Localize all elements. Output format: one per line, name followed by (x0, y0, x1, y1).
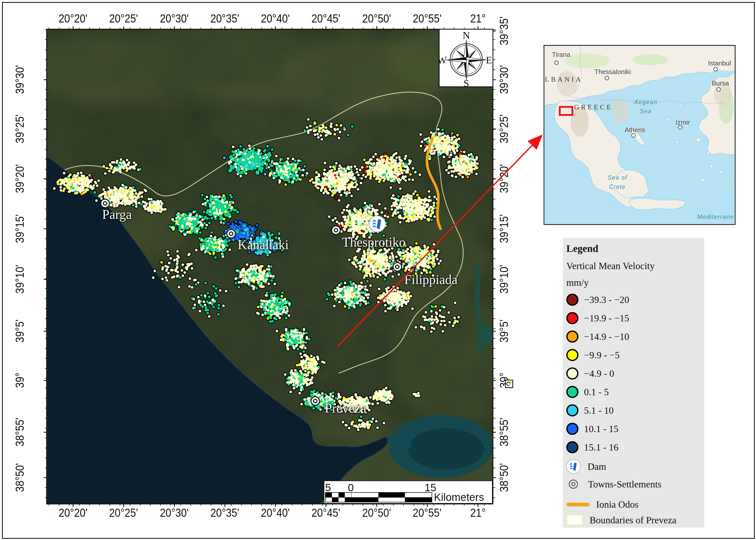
town-label-filippiada: Filippiada (404, 272, 458, 287)
preveza-boundary-line (65, 92, 463, 373)
town-label-preveza: Preveza (325, 401, 367, 416)
boundary-swatch (566, 514, 583, 526)
inset-country-label: LBANIA (545, 75, 583, 83)
axis-major-tick (44, 79, 47, 80)
legend-class-row: −14.9 - −10 (566, 327, 703, 346)
axis-major-tick (427, 504, 428, 507)
axis-major-tick (44, 179, 47, 179)
legend-class-swatch (566, 404, 579, 416)
lon-tick-label: 20°40' (261, 506, 290, 519)
lon-tick-label: 20°25' (109, 506, 138, 519)
lon-tick-label: 20°30' (160, 506, 189, 519)
axis-major-tick (44, 228, 47, 229)
axis-major-tick (123, 26, 124, 30)
inset-country-label: GREECE (574, 103, 613, 111)
ionia-odos-road (427, 138, 441, 229)
lat-tick-label: 38°50' (497, 463, 511, 492)
lon-tick-label: 20°55' (413, 12, 442, 25)
axis-major-tick (275, 26, 276, 30)
lon-tick-label: 20°25' (109, 12, 138, 25)
town-label-thesprotiko: Thesprotiko (342, 235, 405, 250)
lat-tick-label: 38°50' (13, 463, 27, 492)
main-map: PargaKanallakiThesprotikoFilippiadaPreve… (46, 29, 493, 504)
map-overlays (47, 30, 492, 504)
lat-tick-label: 39°30' (497, 65, 511, 94)
compass-e-label: E (486, 54, 492, 66)
town-label-parga: Parga (102, 207, 132, 222)
town-marker-preveza (310, 396, 320, 406)
axis-major-tick (275, 504, 276, 507)
lon-tick-label: 20°50' (362, 12, 391, 25)
axis-major-tick (44, 432, 47, 433)
legend-class-list: −39.3 - −20−19.9 - −15−14.9 - −10−9.9 - … (566, 290, 703, 456)
inset-city-label-bursa: Bursa (712, 79, 729, 87)
legend-class-label: 5.1 - 10 (584, 405, 613, 416)
legend-class-row: −39.3 - −20 (566, 290, 703, 309)
compass-s-label: S (464, 77, 469, 87)
axis-major-tick (492, 129, 496, 129)
legend-class-row: 5.1 - 10 (566, 401, 703, 420)
inset-city-label-istanbul: Istanbul (708, 60, 731, 67)
axis-major-tick (73, 26, 73, 30)
stray-marker-icon (505, 378, 513, 390)
lat-tick-label: 39°30' (13, 65, 27, 94)
lon-tick-label: 20°20' (58, 12, 87, 25)
axis-major-tick (326, 26, 326, 30)
axis-major-tick (492, 179, 496, 179)
legend-class-row: 0.1 - 5 (566, 383, 703, 401)
legend-class-swatch (566, 312, 579, 324)
town-settlement-icon (569, 479, 578, 489)
legend-boundary-row: Boundaries of Preveza (566, 514, 677, 526)
lat-tick-label: 39°20' (13, 164, 27, 193)
inset-city-label-izmir: Izmir (676, 118, 690, 126)
inset-city-marker (554, 61, 559, 65)
legend-class-row: 15.1 - 16 (566, 438, 703, 456)
axis-major-tick (73, 504, 73, 507)
lat-tick-label: 39°15' (497, 214, 511, 243)
lat-tick-label: 39°25' (13, 114, 27, 143)
axis-major-tick (492, 477, 496, 478)
inset-city-marker (631, 133, 636, 138)
legend-class-label: −39.3 - −20 (584, 294, 629, 305)
scale-bar-checker (325, 492, 432, 502)
legend-class-swatch (566, 294, 579, 306)
lon-tick-label: 20°50' (362, 506, 391, 519)
compass-star-icon: N S W E (440, 30, 493, 87)
legend-class-row: −9.9 - −5 (566, 346, 703, 364)
lon-tick-label: 20°40' (261, 12, 290, 25)
axis-major-tick (44, 279, 47, 280)
axis-major-tick (492, 79, 496, 80)
lon-tick-label: 20°30' (160, 12, 189, 25)
legend-class-label: −4.9 - 0 (584, 368, 614, 379)
inset-city-label-thessaloniki: Thessaloniki (594, 68, 631, 76)
axis-major-tick (326, 504, 326, 507)
legend-class-label: −14.9 - −10 (584, 331, 629, 342)
lat-tick-label: 39° (13, 372, 27, 388)
lon-tick-label: 20°35' (210, 506, 239, 519)
lon-tick-label: 20°45' (311, 12, 340, 25)
lon-tick-label: 21° (470, 12, 486, 25)
axis-major-tick (377, 504, 377, 507)
legend-class-label: −19.9 - −15 (584, 313, 629, 324)
lat-tick-label: 39°25' (497, 114, 511, 143)
axis-major-tick (44, 380, 47, 381)
legend-class-swatch (566, 331, 579, 342)
lat-tick-label: 39°35' (497, 16, 511, 45)
inset-sea-label: Mediterrane (698, 212, 734, 221)
scale-bar-unit: Kilometers (434, 491, 484, 503)
axis-major-tick (478, 504, 479, 507)
lon-tick-label: 20°55' (413, 506, 442, 519)
axis-major-tick (44, 477, 47, 478)
lat-tick-label: 39°10' (497, 265, 511, 294)
lon-tick-label: 20°20' (58, 506, 87, 519)
legend-class-label: 0.1 - 5 (584, 386, 609, 397)
inset-city-marker (713, 67, 718, 71)
axis-major-tick (123, 504, 124, 507)
legend-class-swatch (566, 386, 579, 398)
dam-icon (566, 459, 581, 474)
axis-major-tick (225, 26, 225, 30)
dam-icon (369, 215, 386, 232)
legend-panel: Legend Vertical Mean Velocity mm/y −39.3… (563, 238, 704, 528)
legend-class-label: −9.9 - −5 (584, 349, 620, 360)
lat-tick-label: 38°55' (13, 418, 27, 447)
